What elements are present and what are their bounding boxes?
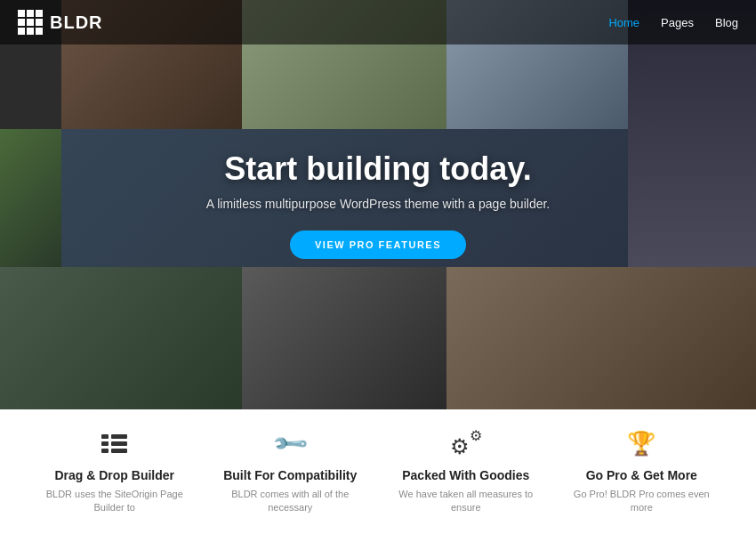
feature-pro: 🏆 Go Pro & Get More Go Pro! BLDR Pro com… [554,427,730,515]
feature-goodies: ⚙ ⚙ Packed With Goodies We have taken al… [378,427,554,515]
feature-pro-title: Go Pro & Get More [586,468,697,482]
drag-drop-icon [101,427,127,459]
feature-compatibility: 🔧 Built For Compatibility BLDR comes wit… [203,427,379,515]
nav-home[interactable]: Home [608,16,639,29]
trophy-icon: 🏆 [627,427,655,459]
nav-links: Home Pages Blog [608,16,738,29]
nav-blog[interactable]: Blog [715,16,738,29]
feature-drag-drop: Drag & Drop Builder BLDR uses the SiteOr… [27,427,203,515]
hero-cell-10 [446,267,756,409]
wrench-icon: 🔧 [276,427,304,459]
feature-drag-drop-title: Drag & Drop Builder [54,468,174,482]
feature-drag-drop-desc: BLDR uses the SiteOrigin Page Builder to [36,488,194,515]
navbar: BLDR Home Pages Blog [0,0,756,44]
logo[interactable]: BLDR [18,10,103,35]
gears-icon: ⚙ ⚙ [450,427,482,459]
hero-section: Start building today. A limitless multip… [0,0,756,409]
hero-cell-8 [0,267,242,409]
hero-cell-6 [0,129,61,267]
hero-cell-9 [242,267,446,409]
feature-pro-desc: Go Pro! BLDR Pro comes even more [563,488,721,515]
nav-pages[interactable]: Pages [661,16,694,29]
features-section: Drag & Drop Builder BLDR uses the SiteOr… [0,409,756,534]
feature-compatibility-title: Built For Compatibility [223,468,357,482]
logo-text: BLDR [50,12,103,33]
feature-goodies-desc: We have taken all measures to ensure [387,488,545,515]
hero-cta-button[interactable]: VIEW PRO FEATURES [290,231,466,259]
feature-compatibility-desc: BLDR comes with all of the necessary [212,488,370,515]
feature-goodies-title: Packed With Goodies [402,468,529,482]
grid-icon [18,10,43,35]
